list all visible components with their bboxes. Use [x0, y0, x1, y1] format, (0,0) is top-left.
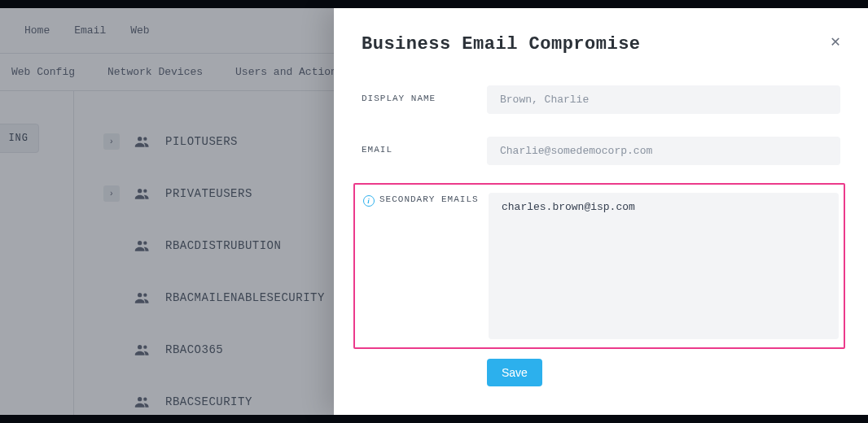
display-name-input[interactable] — [487, 85, 840, 114]
bec-modal: Business Email Compromise ✕ DISPLAY NAME… — [334, 8, 868, 415]
close-icon[interactable]: ✕ — [831, 34, 840, 50]
email-label: EMAIL — [362, 137, 487, 155]
modal-title: Business Email Compromise — [362, 34, 641, 55]
secondary-emails-input[interactable] — [489, 193, 839, 339]
secondary-emails-highlight: i SECONDARY EMAILS — [353, 183, 845, 349]
info-icon: i — [363, 195, 375, 207]
display-name-label: DISPLAY NAME — [362, 85, 487, 103]
email-input[interactable] — [487, 137, 840, 165]
save-button[interactable]: Save — [487, 359, 542, 386]
secondary-emails-label: i SECONDARY EMAILS — [363, 193, 489, 207]
